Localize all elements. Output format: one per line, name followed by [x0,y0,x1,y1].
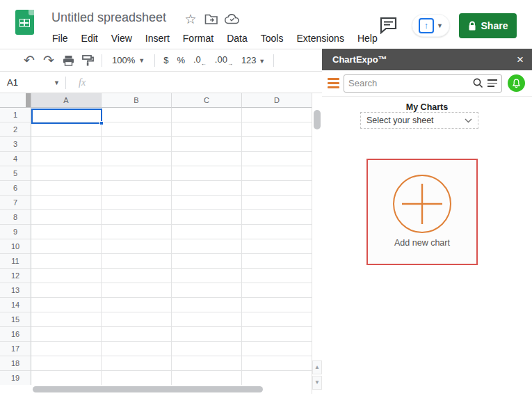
scroll-up-button[interactable]: ▲ [312,360,322,374]
cell-A7[interactable] [31,196,102,210]
cell-D5[interactable] [242,166,312,181]
plus-circle-icon[interactable] [391,173,453,235]
vertical-scrollbar[interactable]: ▲ ▼ [312,93,322,394]
menu-insert[interactable]: Insert [145,31,170,46]
cell-B16[interactable] [102,327,172,342]
present-button[interactable]: ↑ ▼ [412,14,450,37]
cell-B11[interactable] [102,254,172,269]
cell-B7[interactable] [102,196,172,210]
cell-C15[interactable] [172,312,242,327]
undo-icon[interactable]: ↶ [19,52,39,68]
cell-B3[interactable] [102,137,172,152]
row-header-4[interactable]: 4 [0,152,31,166]
increase-decimal-button[interactable]: .00→ [211,54,237,67]
row-header-19[interactable]: 19 [0,371,31,386]
horizontal-scrollbar[interactable] [0,385,312,394]
cell-C2[interactable] [172,122,242,137]
cell-D19[interactable] [242,371,312,386]
row-header-14[interactable]: 14 [0,298,31,312]
column-header-C[interactable]: C [172,93,242,108]
cell-C10[interactable] [172,239,242,254]
row-header-10[interactable]: 10 [0,239,31,254]
menu-tools[interactable]: Tools [260,31,284,46]
cell-C8[interactable] [172,210,242,225]
cell-C9[interactable] [172,225,242,239]
menu-hamburger-icon[interactable] [328,78,339,88]
google-sheets-logo-icon[interactable] [15,10,34,35]
search-box[interactable] [344,74,502,93]
grid-body[interactable]: 12345678910111213141516171819 [0,108,322,386]
cell-D10[interactable] [242,239,312,254]
menu-help[interactable]: Help [357,31,378,46]
share-button[interactable]: Share [459,13,517,38]
cell-D9[interactable] [242,225,312,239]
cell-D18[interactable] [242,356,312,371]
cell-D6[interactable] [242,181,312,196]
cell-C19[interactable] [172,371,242,386]
row-header-2[interactable]: 2 [0,122,31,137]
cell-D15[interactable] [242,312,312,327]
cell-D4[interactable] [242,152,312,166]
cell-B1[interactable] [102,108,172,122]
cell-D13[interactable] [242,283,312,298]
cell-B17[interactable] [102,342,172,356]
row-header-15[interactable]: 15 [0,312,31,327]
cell-C7[interactable] [172,196,242,210]
menu-edit[interactable]: Edit [81,31,99,46]
fill-handle[interactable] [99,121,104,125]
menu-extensions[interactable]: Extensions [296,31,344,46]
row-header-3[interactable]: 3 [0,137,31,152]
cell-B15[interactable] [102,312,172,327]
cell-C18[interactable] [172,356,242,371]
menu-file[interactable]: File [51,31,69,46]
cell-D16[interactable] [242,327,312,342]
cell-B9[interactable] [102,225,172,239]
cell-A6[interactable] [31,181,102,196]
row-header-12[interactable]: 12 [0,269,31,283]
cell-B12[interactable] [102,269,172,283]
notification-bell-icon[interactable] [508,74,525,92]
present-caret-icon[interactable]: ▼ [437,22,443,29]
cell-A9[interactable] [31,225,102,239]
cell-C5[interactable] [172,166,242,181]
name-box[interactable]: A1 ▼ [0,77,60,88]
decrease-decimal-button[interactable]: .0← [189,54,211,67]
cell-D12[interactable] [242,269,312,283]
cell-A4[interactable] [31,152,102,166]
paint-format-icon[interactable] [78,55,97,66]
sheet-select-dropdown[interactable]: Select your sheet [360,112,478,129]
format-currency-button[interactable]: $ [159,55,172,65]
row-header-16[interactable]: 16 [0,327,31,342]
star-icon[interactable]: ☆ [183,12,198,27]
move-folder-icon[interactable] [204,13,219,29]
cell-D17[interactable] [242,342,312,356]
cell-A8[interactable] [31,210,102,225]
cell-A12[interactable] [31,269,102,283]
number-format-button[interactable]: 123 ▼ [237,55,269,65]
redo-icon[interactable]: ↷ [39,52,58,68]
cell-D2[interactable] [242,122,312,137]
cell-A15[interactable] [31,312,102,327]
cloud-saved-icon[interactable] [225,14,240,29]
menu-format[interactable]: Format [182,31,214,46]
row-header-11[interactable]: 11 [0,254,31,269]
cell-D1[interactable] [242,108,312,122]
cell-D8[interactable] [242,210,312,225]
add-new-chart-card[interactable]: Add new chart [366,159,478,265]
row-header-6[interactable]: 6 [0,181,31,196]
cell-B2[interactable] [102,122,172,137]
row-header-13[interactable]: 13 [0,283,31,298]
close-icon[interactable]: × [517,54,524,65]
cell-D14[interactable] [242,298,312,312]
row-header-5[interactable]: 5 [0,166,31,181]
cell-A19[interactable] [31,371,102,386]
cell-A10[interactable] [31,239,102,254]
selected-cell-outline[interactable] [31,109,102,124]
cell-C14[interactable] [172,298,242,312]
format-percent-button[interactable]: % [172,55,189,65]
cell-C4[interactable] [172,152,242,166]
cell-C12[interactable] [172,269,242,283]
cell-A17[interactable] [31,342,102,356]
row-header-8[interactable]: 8 [0,210,31,225]
filter-icon[interactable] [487,79,497,86]
